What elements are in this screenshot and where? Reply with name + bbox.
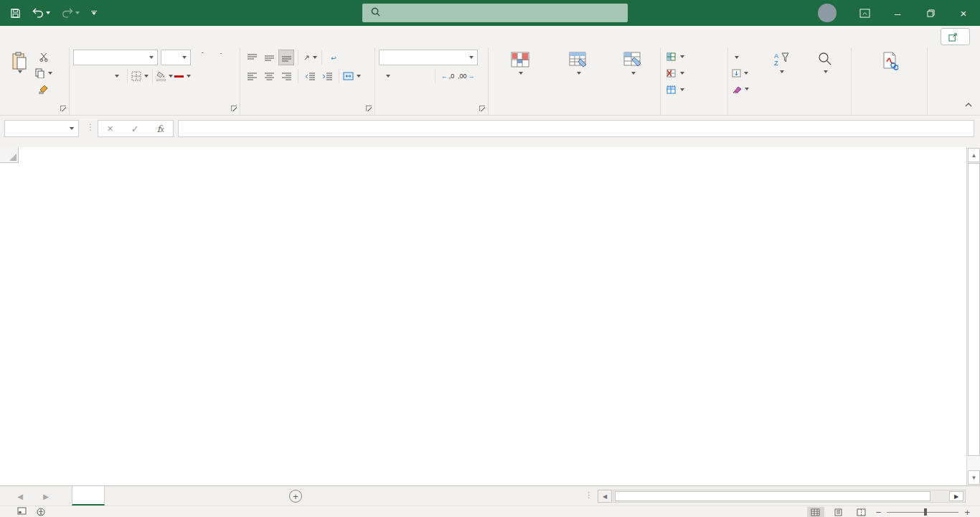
fill-color-button[interactable] xyxy=(156,68,173,84)
zoom-in-icon[interactable]: + xyxy=(964,507,970,517)
formula-input[interactable] xyxy=(178,120,974,137)
sheet-tab-active[interactable] xyxy=(72,486,105,506)
copy-button[interactable] xyxy=(35,65,52,80)
zoom-slider-thumb[interactable] xyxy=(924,508,927,516)
vertical-scroll-thumb[interactable] xyxy=(968,163,980,456)
format-as-table-button[interactable] xyxy=(548,50,608,97)
borders-button[interactable] xyxy=(131,68,149,84)
redo-button[interactable] xyxy=(62,8,80,18)
scroll-down-icon[interactable]: ▼ xyxy=(968,470,980,485)
cut-button[interactable] xyxy=(35,50,52,65)
save-icon[interactable] xyxy=(10,8,21,19)
sheet-nav-left-icon[interactable]: ◀ xyxy=(11,486,29,506)
wrap-text-button[interactable]: ↩ xyxy=(326,50,341,65)
undo-dropdown-icon[interactable] xyxy=(46,11,50,14)
undo-button[interactable] xyxy=(32,8,50,18)
hscroll-right-icon[interactable]: ▶ xyxy=(949,491,963,501)
close-button[interactable]: × xyxy=(947,0,980,26)
paste-button[interactable] xyxy=(4,50,35,97)
autosum-button[interactable] xyxy=(732,50,760,65)
customize-qat-icon[interactable] xyxy=(91,11,97,15)
user-avatar[interactable] xyxy=(818,4,837,22)
font-name-select[interactable] xyxy=(73,50,158,65)
increase-indent-button[interactable] xyxy=(319,68,335,84)
insert-function-icon[interactable]: fx xyxy=(157,124,164,134)
tabbar-resize-grip[interactable]: ⋮ xyxy=(585,490,593,500)
increase-decimal-button[interactable]: ←,0 xyxy=(440,68,456,84)
hscroll-left-icon[interactable]: ◀ xyxy=(598,490,612,503)
quick-access-toolbar xyxy=(0,8,97,19)
horizontal-scroll-thumb[interactable] xyxy=(615,491,930,501)
number-format-select[interactable] xyxy=(379,50,478,65)
orientation-button[interactable] xyxy=(302,50,318,65)
decrease-decimal-button[interactable]: ,00→ xyxy=(458,68,475,84)
clipboard-dialog-launcher[interactable] xyxy=(60,106,66,111)
percent-format-button[interactable] xyxy=(397,68,413,84)
redo-dropdown-icon[interactable] xyxy=(75,11,80,14)
vertical-scrollbar[interactable]: ▲ ▼ xyxy=(966,147,980,485)
select-all-corner[interactable] xyxy=(0,147,19,163)
new-sheet-icon[interactable]: + xyxy=(289,490,302,503)
font-size-select[interactable] xyxy=(161,50,191,65)
zoom-out-icon[interactable]: − xyxy=(876,507,882,517)
cell-styles-button[interactable] xyxy=(610,50,656,97)
fill-button[interactable] xyxy=(732,65,760,80)
currency-format-button[interactable] xyxy=(379,68,395,84)
align-bottom-button[interactable] xyxy=(278,50,294,65)
sheet-nav-right-icon[interactable]: ▶ xyxy=(37,486,55,506)
align-right-button[interactable] xyxy=(278,68,294,84)
ribbon-display-options-icon[interactable] xyxy=(848,0,881,26)
align-top-button[interactable] xyxy=(244,50,260,65)
zoom-slider[interactable] xyxy=(887,507,958,517)
format-cells-button[interactable] xyxy=(666,83,724,97)
cancel-icon[interactable]: × xyxy=(108,123,113,134)
number-dialog-launcher[interactable] xyxy=(479,106,485,111)
find-select-button[interactable] xyxy=(803,50,847,97)
scissors-icon xyxy=(39,52,49,62)
fill-bucket-icon xyxy=(156,71,166,78)
enter-icon[interactable]: ✓ xyxy=(131,124,139,134)
page-layout-view-icon[interactable] xyxy=(830,507,847,517)
horizontal-scrollbar[interactable]: ▶ xyxy=(613,490,966,503)
alignment-dialog-launcher[interactable] xyxy=(366,106,372,111)
share-button[interactable] xyxy=(941,28,970,45)
create-pdf-button[interactable] xyxy=(864,50,915,97)
format-painter-button[interactable] xyxy=(35,82,52,97)
minimize-button[interactable]: – xyxy=(881,0,914,26)
restore-button[interactable] xyxy=(914,0,947,26)
normal-view-icon[interactable] xyxy=(807,507,824,517)
align-middle-button[interactable] xyxy=(261,50,277,65)
conditional-formatting-icon xyxy=(511,52,529,67)
font-dialog-launcher[interactable] xyxy=(231,106,237,111)
svg-text:A: A xyxy=(774,52,778,60)
group-styles xyxy=(489,47,661,115)
page-break-view-icon[interactable] xyxy=(853,507,870,517)
column-header-row xyxy=(0,147,966,163)
align-left-button[interactable] xyxy=(244,68,260,84)
search-box[interactable] xyxy=(362,4,628,22)
delete-cells-button[interactable] xyxy=(666,66,724,80)
bold-button[interactable] xyxy=(73,68,89,84)
insert-cells-button[interactable] xyxy=(666,50,724,64)
sort-filter-button[interactable]: AZ xyxy=(760,50,803,97)
pdf-icon xyxy=(881,52,898,70)
macro-record-icon[interactable] xyxy=(17,507,27,516)
conditional-formatting-button[interactable] xyxy=(493,50,547,97)
find-icon xyxy=(818,52,832,66)
font-color-button[interactable] xyxy=(174,68,191,84)
shrink-font-button[interactable]: ˇ xyxy=(212,50,228,65)
scroll-up-icon[interactable]: ▲ xyxy=(968,148,980,162)
underline-button[interactable] xyxy=(108,68,123,84)
comma-format-button[interactable] xyxy=(415,68,430,84)
clear-button[interactable] xyxy=(732,82,760,97)
decrease-indent-button[interactable] xyxy=(302,68,318,84)
accessibility-status[interactable] xyxy=(37,508,48,516)
formula-bar-grip[interactable]: ⋮ xyxy=(86,122,95,132)
align-center-button[interactable] xyxy=(261,68,277,84)
grow-font-button[interactable]: ˆ xyxy=(194,50,209,65)
insert-cells-icon xyxy=(666,52,676,61)
italic-button[interactable] xyxy=(90,68,106,84)
name-box[interactable] xyxy=(4,120,79,137)
merge-center-button[interactable] xyxy=(343,68,361,84)
collapse-ribbon-icon[interactable] xyxy=(964,98,973,111)
